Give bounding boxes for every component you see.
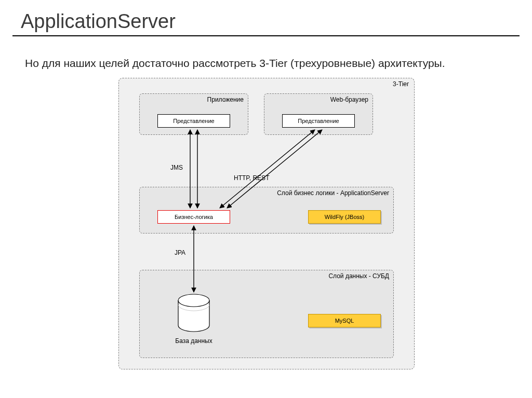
- page-title: ApplicationServer: [21, 10, 176, 33]
- client-app-label: Приложение: [207, 96, 244, 103]
- mysql-box: MySQL: [308, 314, 381, 327]
- business-layer-label: Слой бизнес логики - ApplicationServer: [277, 189, 389, 197]
- jms-label: JMS: [170, 164, 183, 171]
- web-browser-label: Web-браузер: [330, 96, 368, 103]
- client-app-presentation-box: Представление: [157, 114, 230, 128]
- wildfly-box: WildFly (JBoss): [308, 210, 381, 224]
- title-underline: [12, 35, 520, 36]
- business-logic-box: Бизнес-логика: [157, 210, 230, 224]
- body-text: Но для наших целей достаточно рассмотрет…: [25, 57, 445, 70]
- three-tier-label: 3-Tier: [393, 80, 409, 88]
- jpa-label: JPA: [175, 249, 185, 256]
- http-rest-label: HTTP, REST: [234, 174, 269, 182]
- web-presentation-box: Представление: [282, 114, 355, 128]
- architecture-diagram: 3-Tier Приложение Представление Web-брау…: [118, 78, 415, 369]
- data-layer-label: Слой данных - СУБД: [328, 272, 389, 280]
- database-caption: База данных: [163, 337, 225, 345]
- svg-point-0: [178, 294, 209, 307]
- database-icon: [176, 293, 212, 336]
